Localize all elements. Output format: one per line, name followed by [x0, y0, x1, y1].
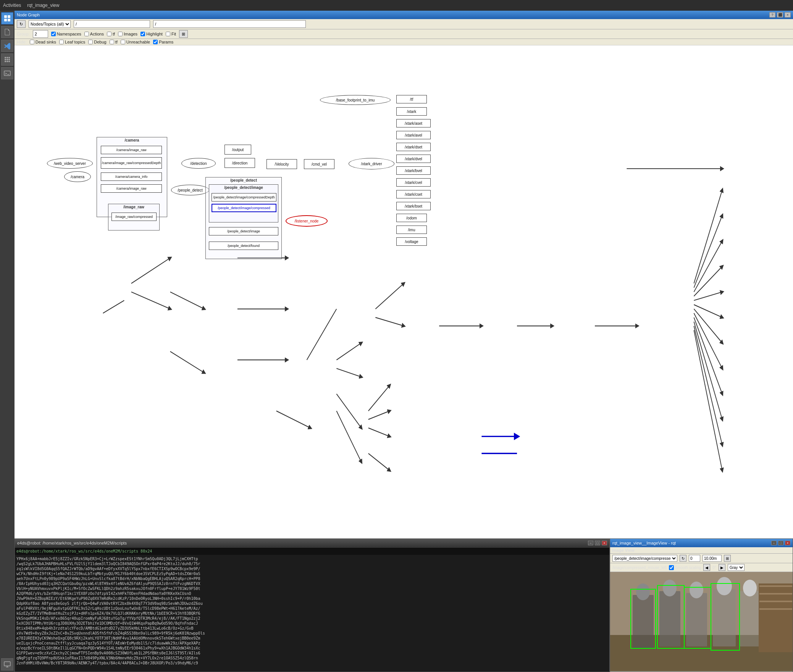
node-camera-info[interactable]: /camera/camera_info: [101, 172, 162, 181]
fit-icon-btn[interactable]: ⊞: [179, 30, 188, 38]
fit-checkbox-group: Fit: [166, 32, 176, 36]
node-direction[interactable]: /direction: [224, 158, 255, 168]
svg-point-7: [5, 59, 6, 60]
node-xtark-driver[interactable]: /xtark_driver: [349, 158, 394, 169]
svg-point-61: [690, 582, 703, 598]
image-raw-container: /image_raw /image_raw/compressed: [108, 204, 160, 230]
node-pd-image[interactable]: /people_detect/image: [209, 227, 278, 235]
sidebar-icon-apps[interactable]: [1, 53, 13, 66]
svg-line-36: [694, 309, 722, 343]
node-xtark-dvel[interactable]: /xtark/dvel: [396, 155, 431, 163]
debug-checkbox[interactable]: [88, 40, 93, 44]
refresh-topic-btn[interactable]: ↻: [680, 555, 686, 562]
node-cmd-vel[interactable]: /cmd_vel: [304, 159, 334, 169]
actions-checkbox-group: Actions: [84, 32, 104, 36]
topics-select[interactable]: Nodes/Topics (all): [29, 20, 71, 28]
node-output[interactable]: /output: [224, 145, 251, 155]
node-camera-image-raw-compressed[interactable]: /camera/image_raw/compressedDepth: [101, 157, 162, 169]
node-pd-image-compressed[interactable]: /people_detect/image/compressed: [212, 204, 276, 212]
node-pd-found[interactable]: /people_detect/found: [209, 242, 278, 250]
color-mode-select[interactable]: Gray: [728, 564, 745, 571]
tf-hide-group: tf: [110, 40, 118, 44]
unreachable-checkbox[interactable]: [121, 40, 125, 44]
images-checkbox[interactable]: [118, 32, 123, 36]
node-detection[interactable]: /detection: [181, 158, 216, 169]
terminal-line-12: kGzEZyZT/IVTMeBnmtHuZtojPJz+dHFn1px6Z4/0…: [16, 611, 608, 616]
sidebar-icon-files[interactable]: [1, 26, 13, 38]
node-web-video-server[interactable]: /web_video_server: [47, 158, 93, 169]
sidebar-icon-monitor[interactable]: [1, 658, 13, 670]
params-checkbox[interactable]: [153, 40, 158, 44]
refresh-button[interactable]: ↻: [17, 20, 26, 28]
filter-input1[interactable]: [74, 20, 150, 28]
imgview-max-btn[interactable]: □: [778, 541, 783, 545]
node-xtark-avel[interactable]: /xtark/avel: [396, 131, 431, 139]
rotation-prev-btn[interactable]: ◀: [703, 564, 710, 571]
node-camera-image-raw2[interactable]: /camera/image_raw: [101, 184, 162, 193]
node-image-raw-compressed[interactable]: /image_raw/compressed: [111, 213, 157, 221]
rotation-next-btn[interactable]: ▶: [719, 564, 725, 571]
graph-canvas[interactable]: /tf /xtark /xtark/aset /xtark/avel /xtar…: [15, 45, 793, 538]
smooth-scaling-checkbox[interactable]: [669, 565, 674, 570]
actions-checkbox[interactable]: [84, 32, 89, 36]
terminal-line-14: 5xXCDU7IPMh/HtU6rcgJD8UXHy3O2ETbhiYe1DCO…: [16, 621, 608, 626]
activities-menu[interactable]: Activities: [3, 3, 21, 8]
node-xtark-dset[interactable]: /xtark/dset: [396, 143, 431, 151]
node-base-footprint[interactable]: /base_footprint_to_imu: [320, 95, 391, 105]
dead-sinks-checkbox[interactable]: [30, 40, 34, 44]
imgview-min-btn[interactable]: −: [771, 541, 777, 545]
mouse-topic: /image/compressed_mouse_left: [612, 566, 667, 570]
zoom-input[interactable]: [703, 555, 722, 562]
sidebar-icon-vscode[interactable]: [1, 40, 13, 52]
highlight-checkbox[interactable]: [141, 32, 145, 36]
terminal-line-20: G1FPIwev+e9czXvCZxchy2CjmowFTF5IenBp9vA0…: [16, 651, 608, 656]
tf-checkbox-group: tf: [107, 32, 115, 36]
node-listener[interactable]: /listener_node: [286, 215, 328, 227]
node-tf[interactable]: /tf: [396, 95, 427, 103]
node-pd-image-compressedDepth[interactable]: /people_detect/image/compressedDepth: [212, 193, 276, 201]
rqt-taskbar[interactable]: rqt_image_view: [27, 3, 59, 8]
fit-checkbox[interactable]: [166, 32, 170, 36]
svg-line-31: [694, 216, 722, 288]
node-xtark-cvel[interactable]: /xtark/cvel: [396, 178, 431, 187]
svg-rect-56: [633, 595, 654, 648]
terminal-min-btn[interactable]: −: [588, 541, 593, 545]
group-input[interactable]: [33, 30, 48, 38]
node-xtark-cset[interactable]: /xtark/cset: [396, 190, 431, 198]
svg-point-6: [8, 57, 10, 58]
sidebar-icon-terminal[interactable]: [1, 67, 13, 79]
terminal-line-22: JznFdHMiVBvVWm/BcY8T3R9bNv/AENK7y4T/tpbx…: [16, 661, 608, 666]
titlebar-help-btn[interactable]: ?: [769, 12, 775, 18]
node-voltage[interactable]: /voltage: [396, 237, 427, 246]
namespaces-checkbox[interactable]: [51, 32, 56, 36]
topic-select[interactable]: /people_detect/image/compressed: [612, 555, 677, 562]
node-velocity[interactable]: /Velocity: [266, 159, 297, 169]
node-camera-image-raw-top[interactable]: /camera/image_raw: [101, 146, 162, 154]
tf-checkbox[interactable]: [107, 32, 111, 36]
titlebar-detach-btn[interactable]: ⬛: [777, 12, 783, 18]
node-imu[interactable]: /imu: [396, 226, 427, 234]
tf-hide-checkbox[interactable]: [110, 40, 114, 44]
leaf-topics-checkbox[interactable]: [59, 40, 64, 44]
svg-line-25: [375, 317, 404, 326]
node-odom[interactable]: /odom: [396, 214, 427, 222]
node-camera-ellipse[interactable]: /camera: [64, 171, 91, 182]
node-people-detect-ellipse[interactable]: /people_detect: [171, 185, 209, 195]
node-xtark-bset[interactable]: /xtark/bset: [396, 202, 431, 210]
node-xtark-aset[interactable]: /xtark/aset: [396, 119, 431, 127]
node-xtark[interactable]: /xtark: [396, 107, 427, 116]
camera-container-label: /camera: [125, 138, 139, 142]
frame-input[interactable]: [689, 555, 700, 562]
node-xtark-bvel[interactable]: /xtark/bvel: [396, 166, 431, 175]
imgview-close-btn[interactable]: ×: [785, 541, 790, 545]
terminal-max-btn[interactable]: □: [595, 541, 600, 545]
sidebar-icon-rqt[interactable]: [1, 12, 13, 24]
titlebar-close-btn[interactable]: ×: [785, 12, 791, 18]
svg-rect-14: [4, 662, 10, 666]
zoom-fit-btn[interactable]: ⊞: [724, 555, 731, 562]
terminal-line-9: JVwP9kH+DZBopNIEzY/Et69KgeYuP90Zq0XV7mRd…: [16, 596, 608, 601]
svg-line-51: [336, 394, 361, 428]
terminal-close-btn[interactable]: ×: [602, 541, 607, 545]
filter-input2[interactable]: [153, 20, 306, 28]
svg-rect-68: [759, 593, 792, 595]
